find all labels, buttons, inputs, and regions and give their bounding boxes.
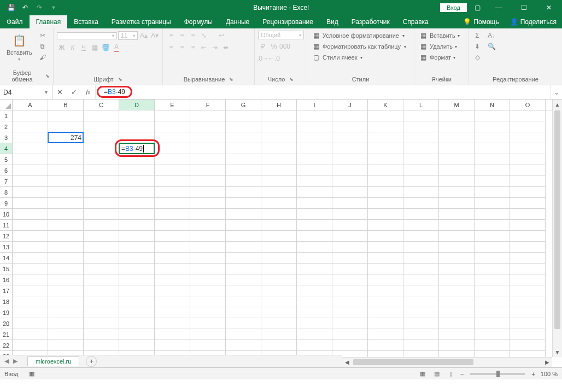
cell-E17[interactable] <box>155 285 190 296</box>
cell-C16[interactable] <box>84 274 119 285</box>
font-color-icon[interactable]: A <box>112 43 121 52</box>
cell-F5[interactable] <box>190 154 226 165</box>
number-format-select[interactable]: Общий▾ <box>258 31 304 39</box>
fill-icon[interactable]: ⬇ <box>472 42 482 51</box>
cell-K6[interactable] <box>368 165 403 176</box>
minimize-button[interactable]: — <box>488 0 510 15</box>
cell-K7[interactable] <box>368 176 403 187</box>
cell-D6[interactable] <box>119 165 155 176</box>
cell-F14[interactable] <box>190 253 226 264</box>
cell-D14[interactable] <box>119 253 155 264</box>
currency-icon[interactable]: ₽ <box>258 42 268 51</box>
cell-L17[interactable] <box>403 285 439 296</box>
cell-N16[interactable] <box>475 274 510 285</box>
cell-G7[interactable] <box>226 176 261 187</box>
shrink-font-icon[interactable]: A▾ <box>150 31 160 40</box>
cell-G18[interactable] <box>226 296 261 307</box>
cell-F3[interactable] <box>190 132 226 143</box>
cell-K12[interactable] <box>368 231 403 242</box>
cell-L22[interactable] <box>403 340 439 351</box>
cell-A13[interactable] <box>13 242 48 253</box>
italic-icon[interactable]: К <box>68 43 78 52</box>
cell-C15[interactable] <box>84 264 119 274</box>
cell-G2[interactable] <box>226 121 261 132</box>
row-header-6[interactable]: 6 <box>0 165 12 176</box>
cells-area[interactable]: 274 <box>13 110 552 357</box>
cell-L18[interactable] <box>403 296 439 307</box>
cell-M11[interactable] <box>439 220 475 231</box>
cell-H9[interactable] <box>261 198 297 209</box>
cell-K11[interactable] <box>368 220 403 231</box>
cell-O22[interactable] <box>510 340 546 351</box>
cell-B10[interactable] <box>48 209 84 220</box>
cell-G22[interactable] <box>226 340 261 351</box>
cell-J13[interactable] <box>332 242 368 253</box>
cell-A19[interactable] <box>13 307 48 318</box>
cell-B19[interactable] <box>48 307 84 318</box>
cell-K22[interactable] <box>368 340 403 351</box>
cell-E18[interactable] <box>155 296 190 307</box>
row-header-17[interactable]: 17 <box>0 285 12 296</box>
cell-L15[interactable] <box>403 264 439 274</box>
cell-C8[interactable] <box>84 187 119 198</box>
hscroll-thumb[interactable] <box>353 359 473 365</box>
row-header-2[interactable]: 2 <box>0 121 12 132</box>
align-top-icon[interactable]: ≡ <box>166 31 176 40</box>
cell-C1[interactable] <box>84 110 119 121</box>
align-left-icon[interactable]: ≡ <box>166 43 176 52</box>
cell-M8[interactable] <box>439 187 475 198</box>
cell-I8[interactable] <box>297 187 332 198</box>
vscroll-thumb[interactable] <box>554 110 560 329</box>
cell-M10[interactable] <box>439 209 475 220</box>
cell-O9[interactable] <box>510 198 546 209</box>
orientation-icon[interactable]: ⤡ <box>199 31 209 40</box>
indent-decrease-icon[interactable]: ⇤ <box>199 43 209 52</box>
close-button[interactable]: ✕ <box>538 0 560 15</box>
cell-E16[interactable] <box>155 274 190 285</box>
cell-A12[interactable] <box>13 231 48 242</box>
cell-F16[interactable] <box>190 274 226 285</box>
cell-G9[interactable] <box>226 198 261 209</box>
cell-G16[interactable] <box>226 274 261 285</box>
cell-H17[interactable] <box>261 285 297 296</box>
cell-E14[interactable] <box>155 253 190 264</box>
comma-icon[interactable]: 000 <box>280 42 290 51</box>
cell-A8[interactable] <box>13 187 48 198</box>
cell-K15[interactable] <box>368 264 403 274</box>
undo-icon[interactable]: ↶ <box>19 1 32 14</box>
cell-J3[interactable] <box>332 132 368 143</box>
cell-K13[interactable] <box>368 242 403 253</box>
cell-E2[interactable] <box>155 121 190 132</box>
cell-G5[interactable] <box>226 154 261 165</box>
cell-L12[interactable] <box>403 231 439 242</box>
cell-L7[interactable] <box>403 176 439 187</box>
cell-L19[interactable] <box>403 307 439 318</box>
decrease-decimal-icon[interactable]: ←.0 <box>269 54 279 63</box>
cell-I7[interactable] <box>297 176 332 187</box>
tab-help[interactable]: Справка <box>396 15 435 28</box>
cell-G6[interactable] <box>226 165 261 176</box>
tab-formulas[interactable]: Формулы <box>178 15 219 28</box>
sheet-next-icon[interactable]: ▶ <box>13 358 17 365</box>
cell-J6[interactable] <box>332 165 368 176</box>
cell-G11[interactable] <box>226 220 261 231</box>
cell-I3[interactable] <box>297 132 332 143</box>
row-header-21[interactable]: 21 <box>0 329 12 340</box>
cell-F12[interactable] <box>190 231 226 242</box>
cell-K19[interactable] <box>368 307 403 318</box>
row-header-1[interactable]: 1 <box>0 110 12 121</box>
cell-D18[interactable] <box>119 296 155 307</box>
cell-N1[interactable] <box>475 110 510 121</box>
cell-K1[interactable] <box>368 110 403 121</box>
cell-O2[interactable] <box>510 121 546 132</box>
tab-developer[interactable]: Разработчик <box>345 15 396 28</box>
col-header-O[interactable]: O <box>510 100 546 110</box>
cell-G3[interactable] <box>226 132 261 143</box>
zoom-out-icon[interactable]: − <box>460 371 464 377</box>
cell-G21[interactable] <box>226 329 261 340</box>
cell-M6[interactable] <box>439 165 475 176</box>
align-center-icon[interactable]: ≡ <box>177 43 187 52</box>
cell-K17[interactable] <box>368 285 403 296</box>
underline-icon[interactable]: Ч <box>79 43 89 52</box>
scroll-left-icon[interactable]: ◀ <box>342 358 352 367</box>
